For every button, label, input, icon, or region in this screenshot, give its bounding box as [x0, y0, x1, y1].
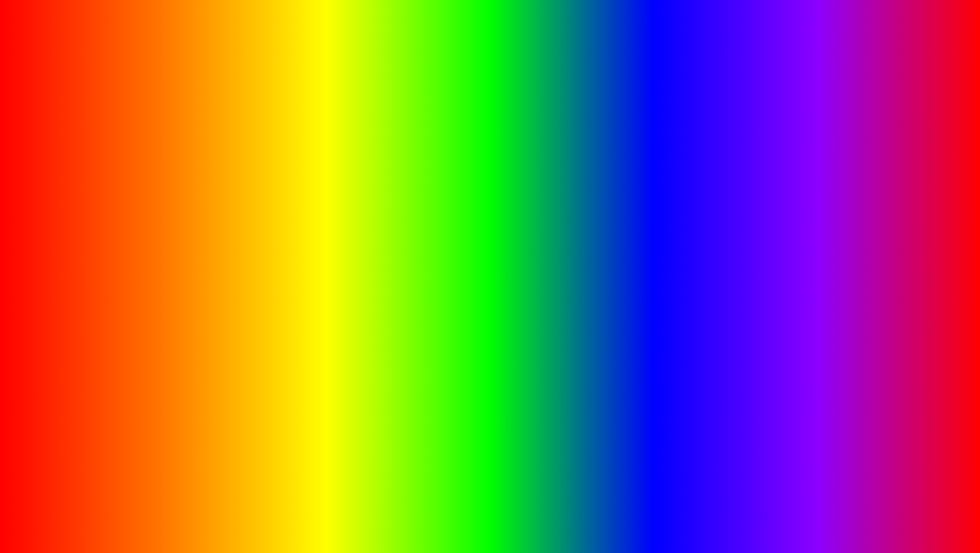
panel-left: Zaq... 🎅 Z ⌂ Main ⌂ Main 2 ⚙ Settings	[86, 150, 335, 337]
sidebar-label-r-pvpmisc: Pvp Misc	[404, 226, 431, 233]
gear-icon: ⚙	[93, 241, 100, 250]
sidebar-item-main[interactable]: ⌂ Main	[87, 205, 145, 221]
logo-circle-left: 🎅 Z	[104, 170, 129, 196]
panel-right-body: 🎅 Z 👤 Player ⚔ Pvp Misc 📍 Teleport/Sv 🎯 …	[387, 161, 644, 335]
select-weapon-row[interactable]: Select Weapon : Melee ▶	[150, 185, 330, 197]
auto-farm-bone-label: Auto Farm Bone	[151, 250, 195, 257]
sidebar-label-player: Player	[106, 258, 125, 266]
sidebar-label-r-player: Player	[406, 210, 424, 217]
section-farm-title: Farm	[150, 203, 330, 216]
santa-hat-right: 🎅	[410, 166, 421, 178]
teleport-icon: 📍	[93, 290, 102, 298]
sidebar-label-main: Main	[102, 210, 116, 217]
arrow-right-icon-r: ▶	[636, 168, 640, 174]
sidebar-item-main2[interactable]: ⌂ Main 2	[87, 221, 145, 237]
sidebar-item-player[interactable]: 👤 Player	[87, 254, 145, 270]
sidebar-label-settings: Settings	[104, 242, 128, 250]
title-letter-o: O	[313, 11, 380, 102]
player-icon: 👤	[93, 258, 102, 266]
divider-line	[204, 200, 276, 200]
bottom-pastebin: PASTEBIN	[705, 485, 974, 542]
subtitle-left: THE BEST TOP 1	[81, 117, 309, 147]
teleport-to-lab-button[interactable]: Teleport to Lab	[449, 249, 640, 263]
auto-farm-level-row: Auto Farm Level	[150, 220, 330, 233]
bottom-script: SCRIPT	[490, 485, 704, 542]
auto-buy-chip-raid-row[interactable]: Auto Buy Chip Raid	[449, 180, 640, 194]
auto-awake-row[interactable]: Auto Awake	[449, 235, 640, 249]
misc-icon: 📋	[393, 290, 402, 298]
auto-next-island-row[interactable]: Auto Next Island	[449, 208, 640, 221]
sidebar-item-pvpmisc[interactable]: ⚔ Pvp Misc	[87, 270, 145, 286]
mob-aura-farm-row[interactable]: Mob Aura Farm	[150, 233, 330, 247]
sidebar-item-r-pvpmisc[interactable]: ⚔ Pvp Misc	[387, 221, 445, 237]
auto-start-raid-row[interactable]: Auto Start Raid	[449, 194, 640, 208]
auto-random-surprise-label: Auto Random Surprise	[151, 263, 212, 270]
bottom-banner: UPDATE RACE V4 SCRIPT PASTEBIN	[0, 485, 980, 543]
panel-right-header: Zaq...	[387, 151, 644, 161]
select-dungeon-row[interactable]: Select Dungeon : Dough ▶	[449, 165, 640, 177]
teleport-icon-r: 📍	[393, 241, 402, 250]
home-icon-main: ⌂	[93, 209, 97, 217]
title-letter-i: I	[644, 11, 671, 102]
sidebar-item-settings[interactable]: ⚙ Settings	[87, 237, 145, 254]
shop-icon: 🛒	[393, 274, 402, 282]
auto-farm-level-toggle[interactable]	[315, 222, 329, 230]
subtitle-right: SUPER SMOOTH	[416, 117, 643, 147]
title-letter-t2: T	[671, 11, 725, 102]
sidebar-label-r-misc: Misc	[406, 291, 419, 298]
title-letter-r: R	[519, 11, 582, 102]
kill-aura-label: Kill Aura	[450, 224, 473, 231]
title-letter-b: B	[197, 11, 260, 102]
title-letter-s: S	[725, 11, 783, 102]
bottom-race: RACE	[240, 485, 408, 542]
panel-left-content: Copy Link Discord Server Select Weapon :…	[146, 161, 334, 335]
sidebar-logo-left: 🎅 Z	[87, 165, 145, 201]
panel-right-content: Select Dungeon : Dough ▶ Auto Buy Chip R…	[445, 161, 644, 335]
sidebar-item-r-teleport[interactable]: 📍 Teleport/Sv	[387, 237, 445, 254]
sidebar-label-r-teleport: Teleport/Sv	[406, 242, 439, 250]
panel-right: Zaq... 🎅 Z 👤 Player ⚔ Pvp Misc 📍 Telepor…	[386, 150, 645, 337]
sidebar-label-pvpmisc: Pvp Misc	[104, 274, 131, 282]
sidebar-right: 🎅 Z 👤 Player ⚔ Pvp Misc 📍 Teleport/Sv 🎯 …	[387, 161, 445, 335]
sidebar-logo-right: 🎅 Z	[387, 165, 445, 201]
auto-farm-level-label: Auto Farm Level	[151, 223, 195, 230]
main-title: BLOX FRUITS	[0, 10, 980, 103]
logo-letter-left: Z	[113, 177, 119, 190]
auto-random-surprise-row[interactable]: Auto Random Surprise	[150, 260, 330, 274]
select-weapon-label: Select Weapon : Melee	[150, 187, 213, 194]
santa-hat-left: 🎅	[111, 166, 122, 178]
sidebar-label-teleport: Teleport/Sv	[106, 291, 139, 298]
title-letter-u: U	[582, 11, 645, 102]
kill-aura-row[interactable]: Kill Aura	[449, 221, 640, 235]
logo-circle-right: 🎅 Z	[403, 170, 429, 196]
arrow-right-icon: ▶	[326, 188, 330, 194]
sidebar-label-r-raid: Raid	[406, 258, 419, 266]
sidebar-item-r-shop[interactable]: 🛒 Shop	[387, 270, 445, 286]
auto-buy-chip-raid-label: Auto Buy Chip Raid	[450, 183, 504, 190]
bottom-update: UPDATE	[6, 485, 240, 542]
panel-left-body: 🎅 Z ⌂ Main ⌂ Main 2 ⚙ Settings 👤 Player	[87, 161, 334, 335]
sidebar-label-r-shop: Shop	[406, 274, 421, 282]
panel-left-header: Zaq...	[87, 151, 334, 161]
title-letter-x: X	[380, 11, 439, 102]
select-dungeon-label: Select Dungeon : Dough	[449, 167, 516, 175]
raid-icon: 🎯	[393, 258, 402, 266]
title-letter-f: F	[466, 11, 519, 102]
sidebar-left: 🎅 Z ⌂ Main ⌂ Main 2 ⚙ Settings 👤 Player	[87, 161, 146, 335]
mob-aura-farm-label: Mob Aura Farm	[151, 236, 193, 243]
title-letter-l: L	[259, 11, 313, 102]
sidebar-item-r-player[interactable]: 👤 Player	[387, 205, 445, 221]
auto-farm-bone-row[interactable]: Auto Farm Bone	[150, 247, 330, 260]
logo-letter-right: Z	[412, 177, 419, 190]
home-icon-main2: ⌂	[93, 225, 97, 233]
sidebar-item-teleport[interactable]: 📍 Teleport/Sv	[87, 286, 145, 302]
stop-tween-button[interactable]: Stop Tween	[449, 266, 640, 281]
pvp-icon: ⚔	[93, 274, 100, 282]
auto-next-island-label: Auto Next Island	[450, 211, 495, 218]
sidebar-label-main2: Main 2	[102, 226, 121, 233]
bottom-v4: V4	[408, 485, 490, 542]
sidebar-item-r-raid[interactable]: 🎯 Raid	[387, 254, 445, 270]
auto-awake-label: Auto Awake	[450, 238, 482, 245]
copy-link-button[interactable]: Copy Link Discord Server	[150, 165, 330, 181]
sidebar-item-r-misc[interactable]: 📋 Misc	[387, 286, 445, 302]
